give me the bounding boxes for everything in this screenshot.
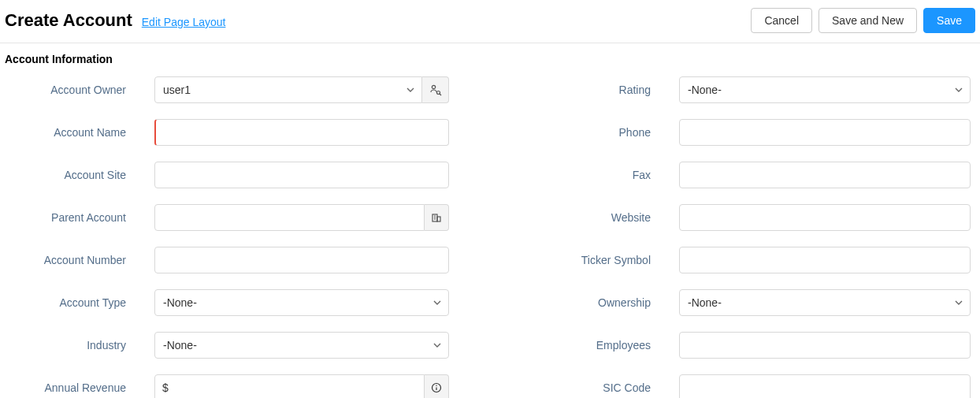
form-grid: Account Owner user1 xyxy=(0,76,980,398)
svg-point-0 xyxy=(432,85,435,88)
parent-account-lookup-button[interactable] xyxy=(425,204,449,231)
label-ticker-symbol: Ticker Symbol xyxy=(506,254,679,266)
rating-select[interactable]: -None- xyxy=(679,76,971,103)
account-site-input[interactable] xyxy=(154,162,449,188)
ticker-symbol-input[interactable] xyxy=(679,247,971,273)
account-owner-select[interactable]: user1 xyxy=(154,76,422,103)
employees-input[interactable] xyxy=(679,332,971,359)
field-account-owner: Account Owner user1 xyxy=(5,76,474,103)
label-account-site: Account Site xyxy=(5,169,154,181)
fax-input[interactable] xyxy=(679,162,971,188)
svg-rect-4 xyxy=(437,217,440,221)
label-phone: Phone xyxy=(506,126,679,139)
sic-code-input[interactable] xyxy=(679,374,971,398)
svg-point-1 xyxy=(436,91,440,95)
field-account-number: Account Number xyxy=(5,247,474,273)
field-parent-account: Parent Account xyxy=(5,204,474,231)
section-title: Account Information xyxy=(0,43,980,76)
account-type-select[interactable]: -None- xyxy=(154,289,449,316)
account-name-input[interactable] xyxy=(154,119,449,146)
field-rating: Rating -None- xyxy=(506,76,975,103)
industry-select[interactable]: -None- xyxy=(154,332,449,359)
user-search-icon xyxy=(429,84,442,96)
info-icon xyxy=(431,382,442,393)
field-ticker-symbol: Ticker Symbol xyxy=(506,247,975,273)
label-account-name: Account Name xyxy=(5,126,154,139)
label-employees: Employees xyxy=(506,339,679,352)
field-employees: Employees xyxy=(506,332,975,359)
label-account-owner: Account Owner xyxy=(5,84,154,96)
label-rating: Rating xyxy=(506,84,679,96)
field-website: Website xyxy=(506,204,975,231)
field-ownership: Ownership -None- xyxy=(506,289,975,316)
page-title: Create Account xyxy=(5,10,132,31)
field-phone: Phone xyxy=(506,119,975,146)
svg-point-10 xyxy=(436,385,436,386)
save-and-new-button[interactable]: Save and New xyxy=(819,8,917,33)
label-parent-account: Parent Account xyxy=(5,211,154,224)
field-account-type: Account Type -None- xyxy=(5,289,474,316)
field-account-name: Account Name xyxy=(5,119,474,146)
save-button[interactable]: Save xyxy=(923,8,975,33)
label-ownership: Ownership xyxy=(506,296,679,309)
account-number-input[interactable] xyxy=(154,247,449,273)
ownership-select[interactable]: -None- xyxy=(679,289,971,316)
website-input[interactable] xyxy=(679,204,971,231)
label-industry: Industry xyxy=(5,339,154,352)
building-icon xyxy=(431,212,442,223)
label-fax: Fax xyxy=(506,169,679,181)
field-sic-code: SIC Code xyxy=(506,374,975,398)
header-left: Create Account Edit Page Layout xyxy=(5,10,225,31)
label-website: Website xyxy=(506,211,679,224)
label-annual-revenue: Annual Revenue xyxy=(5,381,154,394)
annual-revenue-input[interactable] xyxy=(154,374,425,398)
revenue-info-button[interactable] xyxy=(425,374,449,398)
page-header: Create Account Edit Page Layout Cancel S… xyxy=(0,0,980,43)
form-column-right: Rating -None- Phone Fax We xyxy=(506,76,975,398)
phone-input[interactable] xyxy=(679,119,971,146)
field-fax: Fax xyxy=(506,162,975,188)
label-account-type: Account Type xyxy=(5,296,154,309)
field-industry: Industry -None- xyxy=(5,332,474,359)
field-annual-revenue: Annual Revenue $ xyxy=(5,374,474,398)
form-column-left: Account Owner user1 xyxy=(5,76,474,398)
header-actions: Cancel Save and New Save xyxy=(751,8,975,33)
svg-line-2 xyxy=(440,94,441,95)
edit-page-layout-link[interactable]: Edit Page Layout xyxy=(142,16,226,28)
parent-account-input[interactable] xyxy=(154,204,425,231)
label-sic-code: SIC Code xyxy=(506,381,679,394)
user-lookup-button[interactable] xyxy=(422,76,449,103)
cancel-button[interactable]: Cancel xyxy=(751,8,812,33)
field-account-site: Account Site xyxy=(5,162,474,188)
label-account-number: Account Number xyxy=(5,254,154,266)
